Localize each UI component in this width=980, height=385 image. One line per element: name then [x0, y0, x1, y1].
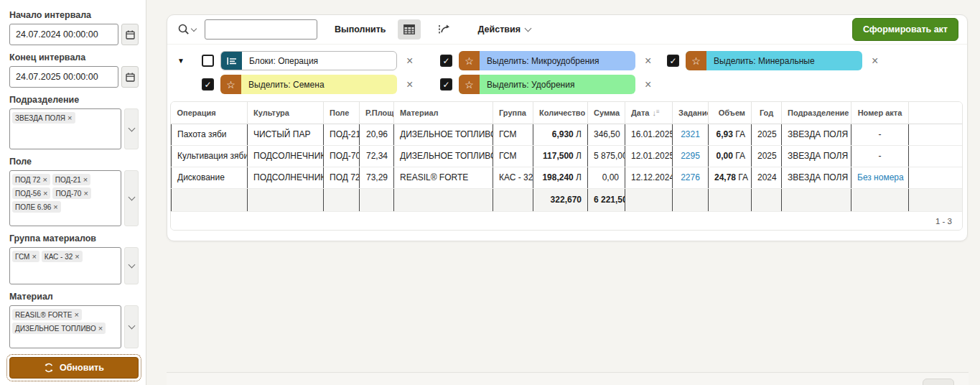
bottom-right-partial-button[interactable] [923, 379, 954, 385]
star-icon: ☆ [459, 51, 480, 70]
remove-filter-icon[interactable]: × [406, 55, 413, 67]
cell-material: ДИЗЕЛЬНОЕ ТОПЛИВО [394, 124, 493, 145]
column-header-op[interactable]: Операция [172, 102, 248, 124]
column-header-division[interactable]: Подразделение [782, 102, 851, 124]
remove-tag-icon[interactable]: × [74, 311, 78, 319]
filter-chip[interactable]: ☆Выделить: Семена [220, 75, 397, 94]
multiselect-box[interactable]: ПОД 72×ПОД-21×ПОД-56×ПОД-70×ПОЛЕ 6.96× [9, 170, 121, 226]
remove-tag-icon[interactable]: × [83, 190, 88, 198]
remove-tag-icon[interactable]: × [53, 203, 57, 211]
filter-chip-label: Выделить: Микроудобрения [480, 56, 607, 66]
remove-filter-icon[interactable]: × [645, 55, 651, 67]
column-header-culture[interactable]: Культура [248, 102, 324, 124]
column-header-task[interactable]: Задание [673, 102, 709, 124]
column-header-material[interactable]: Материал [394, 102, 493, 124]
dropdown-button[interactable] [124, 170, 139, 226]
cell-area: 72,34 [360, 145, 394, 167]
total-field [324, 188, 360, 211]
generate-act-button[interactable]: Сформировать акт [852, 18, 958, 41]
date-input[interactable] [9, 24, 118, 45]
filter-chip[interactable]: ☆Выделить: Минеральные [686, 51, 862, 70]
calendar-button[interactable] [121, 24, 139, 45]
column-header-act[interactable]: Номер акта [851, 102, 909, 124]
filter-checkbox[interactable]: ✓ [667, 55, 679, 67]
filter-chip[interactable]: ☆Выделить: Микроудобрения [459, 51, 635, 70]
task-link[interactable]: 2295 [681, 151, 700, 161]
sidebar-field: ПолеПОД 72×ПОД-21×ПОД-56×ПОД-70×ПОЛЕ 6.9… [9, 157, 139, 226]
cell-date: 16.01.2025 [625, 124, 673, 145]
grid-view-icon [403, 24, 415, 34]
column-header-volume[interactable]: Объем [709, 102, 752, 124]
column-header-group[interactable]: Группа [493, 102, 533, 124]
filter-item: ✓☆Выделить: Минеральные× [667, 51, 958, 70]
cell-field: ПОД 72 [324, 167, 360, 188]
act-link[interactable]: Без номера [857, 172, 904, 182]
calendar-button[interactable] [121, 66, 139, 88]
column-header-date[interactable]: Дата↓≡ [625, 102, 673, 124]
dropdown-button[interactable] [124, 247, 139, 284]
table-row[interactable]: ДискованиеПОДСОЛНЕЧНИКПОД 7273,29REASIL®… [172, 167, 963, 188]
tag: ГСМ× [12, 251, 39, 262]
column-header-area[interactable]: Р.Площ [360, 102, 394, 124]
total-act [851, 188, 909, 211]
dropdown-button[interactable] [124, 108, 139, 149]
remove-tag-icon[interactable]: × [43, 190, 47, 198]
remove-tag-icon[interactable]: × [83, 176, 88, 184]
filter-checkbox[interactable]: ✓ [202, 78, 214, 91]
grid-view-button[interactable] [398, 19, 421, 40]
cell-volume: 0,00 ГА [709, 145, 752, 167]
multiselect-box[interactable]: ГСМ×КАС - 32× [9, 247, 121, 284]
chevron-down-icon [525, 25, 532, 32]
actions-menu-button[interactable]: Действия [478, 24, 531, 34]
cell-group: ГСМ [493, 124, 533, 145]
go-button[interactable]: Выполнить [335, 24, 386, 34]
task-link[interactable]: 2321 [681, 129, 700, 139]
cell-field: ПОД-70 [324, 145, 360, 167]
date-input[interactable] [9, 66, 118, 88]
star-icon: ☆ [220, 75, 241, 94]
filter-checkbox[interactable]: ✓ [440, 78, 452, 91]
expand-caret-icon[interactable]: ▼ [177, 57, 186, 65]
remove-tag-icon[interactable]: × [98, 325, 103, 333]
filter-checkbox[interactable]: ✓ [440, 55, 452, 67]
filter-checkbox[interactable] [202, 55, 214, 67]
tag: REASIL® FORTE× [12, 309, 82, 320]
control-break-icon [221, 52, 242, 70]
remove-filter-icon[interactable]: × [645, 79, 651, 91]
cell-sum: 346,50 [588, 124, 625, 145]
filter-chip[interactable]: Блоки: Операция [220, 51, 397, 70]
total-qty: 322,670 [533, 188, 588, 211]
remove-tag-icon[interactable]: × [42, 176, 47, 184]
refresh-button[interactable]: Обновить [9, 357, 139, 379]
filter-chip-label: Блоки: Операция [242, 56, 325, 66]
sort-desc-icon: ↓≡ [652, 108, 658, 117]
column-header-sum[interactable]: Сумма [588, 102, 625, 124]
remove-tag-icon[interactable]: × [67, 114, 72, 122]
filter-chip-label: Выделить: Семена [241, 80, 332, 90]
dropdown-button[interactable] [124, 305, 139, 348]
filter-item: ▼Блоки: Операция× [177, 51, 440, 70]
table-row[interactable]: Пахота зябиЧИСТЫЙ ПАРПОД-2120,96ДИЗЕЛЬНО… [172, 124, 963, 145]
column-header-field[interactable]: Поле [324, 102, 360, 124]
search-input[interactable] [205, 19, 317, 40]
cell-act: Без номера [851, 167, 909, 188]
column-header-year[interactable]: Год [752, 102, 782, 124]
multiselect-box[interactable]: ЗВЕЗДА ПОЛЯ× [9, 108, 121, 149]
remove-tag-icon[interactable]: × [75, 253, 79, 261]
task-link[interactable]: 2276 [681, 172, 700, 182]
flashback-view-button[interactable] [432, 19, 455, 40]
total-op [172, 188, 248, 211]
calendar-icon [126, 30, 135, 40]
cell-op: Пахота зяби [172, 124, 248, 145]
remove-filter-icon[interactable]: × [872, 55, 878, 67]
report-toolbar: Выполнить Действия Сформировать акт [167, 15, 967, 45]
table-row[interactable]: Культивация зябиПОДСОЛНЕЧНИКПОД-7072,34Д… [172, 145, 963, 167]
cell-division: ЗВЕЗДА ПОЛЯ [782, 145, 851, 167]
search-options-button[interactable] [176, 22, 197, 37]
remove-tag-icon[interactable]: × [32, 253, 36, 261]
column-header-qty[interactable]: Количество [533, 102, 588, 124]
filter-chip[interactable]: ☆Выделить: Удобрения [459, 75, 635, 94]
remove-filter-icon[interactable]: × [406, 79, 413, 91]
sidebar-field: Начало интервала [9, 10, 139, 45]
multiselect-box[interactable]: REASIL® FORTE×ДИЗЕЛЬНОЕ ТОПЛИВО× [9, 305, 121, 348]
